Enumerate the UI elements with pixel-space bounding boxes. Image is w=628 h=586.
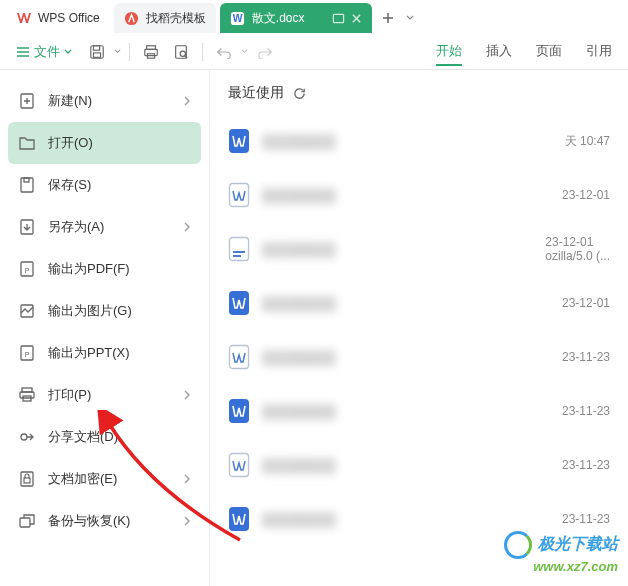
print-button[interactable] <box>138 39 164 65</box>
chevron-down-icon <box>64 48 72 56</box>
recent-file-row[interactable]: ████████23-12-01 <box>228 276 610 330</box>
menu-item-1[interactable]: 打开(O) <box>8 122 201 164</box>
file-type-icon <box>228 452 250 478</box>
menu-icon-7 <box>18 386 36 404</box>
svg-rect-5 <box>93 45 99 49</box>
recent-file-row[interactable]: ████████23-12-01 <box>228 168 610 222</box>
svg-rect-26 <box>24 478 30 483</box>
menu-icon-0 <box>18 92 36 110</box>
menu-item-3[interactable]: 另存为(A) <box>8 206 201 248</box>
file-type-icon <box>228 236 250 262</box>
ribbon-tabs: 开始 插入 页面 引用 <box>436 38 620 66</box>
file-type-icon <box>228 398 250 424</box>
svg-rect-31 <box>233 251 245 253</box>
svg-rect-30 <box>230 238 249 261</box>
file-name: ████████ <box>262 188 550 203</box>
chevron-right-icon <box>183 222 191 232</box>
tab-template[interactable]: 找稻壳模板 <box>114 3 216 33</box>
recent-file-row[interactable]: ████████天 10:47 <box>228 114 610 168</box>
ribbon-tab-page[interactable]: 页面 <box>536 38 562 66</box>
tab-document-label: 散文.docx <box>252 10 305 27</box>
add-tab-dropdown-icon[interactable] <box>406 14 414 22</box>
undo-dropdown-icon[interactable] <box>241 48 248 55</box>
menu-icon-5 <box>18 302 36 320</box>
svg-text:P: P <box>25 351 30 358</box>
menu-label: 打印(P) <box>48 386 91 404</box>
menu-icon-6: P <box>18 344 36 362</box>
svg-text:W: W <box>233 13 243 24</box>
file-name: ████████ <box>262 242 533 257</box>
file-name: ████████ <box>262 296 550 311</box>
menu-item-10[interactable]: 备份与恢复(K) <box>8 500 201 542</box>
file-menu-button[interactable]: 文件 <box>8 39 80 65</box>
svg-text:P: P <box>25 267 30 274</box>
file-date: 天 10:47 <box>565 133 610 150</box>
tab-app[interactable]: WPS Office <box>6 3 110 33</box>
svg-rect-4 <box>91 45 103 57</box>
svg-rect-14 <box>24 178 29 182</box>
recent-file-row[interactable]: ████████23-11-23 <box>228 438 610 492</box>
recent-file-row[interactable]: ████████23-11-23 <box>228 330 610 384</box>
recent-file-row[interactable]: ████████23-12-01ozilla/5.0 (... <box>228 222 610 276</box>
menu-item-5[interactable]: 输出为图片(G) <box>8 290 201 332</box>
refresh-icon[interactable] <box>292 86 307 101</box>
ribbon-tab-start[interactable]: 开始 <box>436 38 462 66</box>
file-menu-sidebar: 新建(N)打开(O)保存(S)另存为(A)P输出为PDF(F)输出为图片(G)P… <box>0 70 210 586</box>
ribbon-tab-cite[interactable]: 引用 <box>586 38 612 66</box>
undo-button[interactable] <box>211 39 237 65</box>
menu-item-6[interactable]: P输出为PPT(X) <box>8 332 201 374</box>
menu-icon-9 <box>18 470 36 488</box>
menu-item-0[interactable]: 新建(N) <box>8 80 201 122</box>
menu-item-9[interactable]: 文档加密(E) <box>8 458 201 500</box>
add-tab-button[interactable] <box>376 6 400 30</box>
save-button[interactable] <box>84 39 110 65</box>
menu-label: 新建(N) <box>48 92 92 110</box>
wps-logo-icon <box>16 10 32 26</box>
window-icon[interactable] <box>332 12 345 25</box>
word-doc-icon: W <box>230 10 246 26</box>
file-date: 23-12-01ozilla/5.0 (... <box>545 235 610 263</box>
menu-label: 输出为PPT(X) <box>48 344 130 362</box>
tab-document[interactable]: W 散文.docx <box>220 3 373 33</box>
svg-point-24 <box>21 434 27 440</box>
svg-rect-3 <box>334 14 344 22</box>
svg-rect-6 <box>93 52 100 56</box>
recent-header-label: 最近使用 <box>228 84 284 102</box>
redo-button[interactable] <box>252 39 278 65</box>
hamburger-icon <box>16 46 30 58</box>
tab-app-label: WPS Office <box>38 11 100 25</box>
menu-label: 输出为图片(G) <box>48 302 132 320</box>
file-type-icon <box>228 128 250 154</box>
menu-label: 文档加密(E) <box>48 470 117 488</box>
menu-icon-2 <box>18 176 36 194</box>
menu-item-4[interactable]: P输出为PDF(F) <box>8 248 201 290</box>
menu-label: 备份与恢复(K) <box>48 512 130 530</box>
chevron-right-icon <box>183 474 191 484</box>
recent-file-row[interactable]: ████████23-11-23 <box>228 384 610 438</box>
svg-rect-32 <box>233 255 241 257</box>
recent-header: 最近使用 <box>228 84 610 102</box>
file-date: 23-11-23 <box>562 404 610 418</box>
ribbon-tab-insert[interactable]: 插入 <box>486 38 512 66</box>
file-name: ████████ <box>262 512 550 527</box>
menu-item-2[interactable]: 保存(S) <box>8 164 201 206</box>
menu-item-8[interactable]: 分享文档(D) <box>8 416 201 458</box>
menu-label: 输出为PDF(F) <box>48 260 130 278</box>
menu-icon-3 <box>18 218 36 236</box>
menu-icon-10 <box>18 512 36 530</box>
preview-button[interactable] <box>168 39 194 65</box>
close-icon[interactable] <box>351 13 362 24</box>
svg-rect-8 <box>145 49 157 55</box>
menu-label: 打开(O) <box>48 134 93 152</box>
save-dropdown-icon[interactable] <box>114 48 121 55</box>
recent-files-panel: 最近使用 ████████天 10:47████████23-12-01████… <box>210 70 628 586</box>
menu-item-7[interactable]: 打印(P) <box>8 374 201 416</box>
chevron-right-icon <box>183 390 191 400</box>
svg-rect-22 <box>20 392 34 398</box>
file-type-icon <box>228 344 250 370</box>
menu-label: 另存为(A) <box>48 218 104 236</box>
chevron-right-icon <box>183 96 191 106</box>
chevron-right-icon <box>183 516 191 526</box>
recent-file-row[interactable]: ████████23-11-23 <box>228 492 610 546</box>
file-date: 23-12-01 <box>562 296 610 310</box>
